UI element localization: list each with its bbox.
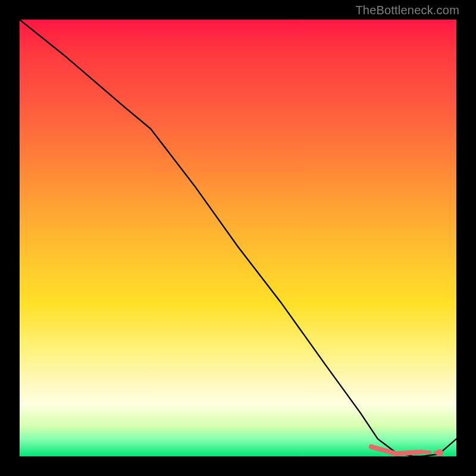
- watermark-text: TheBottleneck.com: [355, 4, 459, 17]
- curve-line: [20, 20, 456, 456]
- chart-container: { "watermark": "TheBottleneck.com", "cha…: [0, 0, 476, 476]
- curve-highlight-strip: [371, 447, 421, 454]
- plot-area: [20, 20, 456, 456]
- bottleneck-curve: [20, 20, 456, 456]
- curve-end-dot: [436, 449, 443, 456]
